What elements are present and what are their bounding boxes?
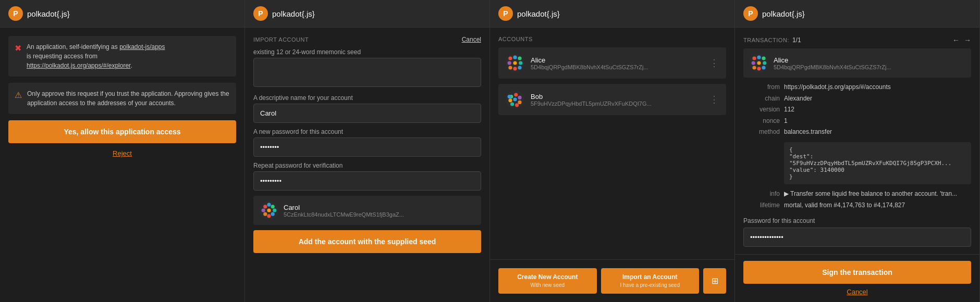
seed-input[interactable]: [253, 58, 481, 87]
import-header: IMPORT ACCOUNT Cancel: [253, 36, 481, 43]
add-account-button[interactable]: Add the account with the supplied seed: [253, 230, 481, 253]
tx-account-name: Alice: [774, 56, 965, 64]
import-account-button[interactable]: Import an Account I have a pre-existing …: [601, 268, 700, 294]
svg-point-33: [762, 56, 765, 60]
tx-cancel-button[interactable]: Cancel: [743, 288, 971, 296]
panel-accounts: P polkadot{.js} ACCOUNTS: [490, 0, 735, 302]
seed-field-group: existing 12 or 24-word mnemonic seed: [253, 48, 481, 89]
tx-label: TRANSACTION:: [743, 37, 789, 43]
arrow-left-icon[interactable]: ←: [952, 36, 960, 44]
panel3-header: P polkadot{.js}: [490, 0, 734, 28]
svg-point-28: [515, 103, 519, 107]
logo-area-3: P polkadot{.js}: [498, 6, 560, 21]
sign-transaction-button[interactable]: Sign the transaction: [743, 261, 971, 284]
tx-details: from https://polkadot.js.org/apps/#/acco…: [743, 82, 971, 138]
panel-import: P polkadot{.js} IMPORT ACCOUNT Cancel ex…: [245, 0, 490, 302]
url-link[interactable]: https://polkadot.js.org/apps/#/explorer: [27, 62, 130, 69]
alice-more-icon[interactable]: ⋮: [709, 57, 719, 69]
panel1-header: P polkadot{.js}: [0, 0, 244, 28]
tx-chain-val: Alexander: [784, 93, 971, 105]
logo-name-1: polkadot{.js}: [27, 9, 70, 18]
tx-version-key: version: [743, 104, 780, 116]
password-field-group: A new password for this account: [253, 128, 481, 157]
app-link[interactable]: polkadot-js/apps: [119, 43, 165, 51]
svg-point-31: [752, 56, 756, 60]
tx-nonce-row: nonce 1: [743, 116, 971, 127]
bob-name: Bob: [531, 93, 703, 100]
qr-icon: ⊞: [712, 276, 718, 286]
panel1-content: ✖ An application, self-identifying as po…: [0, 28, 244, 302]
tx-header: TRANSACTION: 1/1 ← →: [743, 36, 971, 44]
tx-method-row: method balances.transfer: [743, 127, 971, 138]
tx-info-row: info ▶ Transfer some liquid free balance…: [743, 188, 971, 200]
import-btn-main: Import an Account: [607, 273, 693, 282]
svg-point-17: [508, 66, 512, 69]
import-btn-sub: I have a pre-existing seed: [607, 282, 693, 288]
alert-warning-text: Only approve this request if you trust t…: [27, 89, 230, 108]
allow-button[interactable]: Yes, allow this application access: [8, 120, 236, 143]
svg-point-38: [757, 67, 761, 70]
import-title: IMPORT ACCOUNT: [253, 36, 309, 43]
svg-point-9: [271, 212, 275, 216]
account-item-bob[interactable]: Bob 5F9uHVzzDPqyHbdTL5pmUZRvXFuKDQI7G...…: [498, 84, 726, 115]
account-item-alice[interactable]: Alice 5D4bqjQRPgdMBK8bNvhX4tSuCtSGZS7rZj…: [498, 47, 726, 79]
polkadot-logo-3: P: [498, 6, 513, 21]
arrow-right-icon[interactable]: →: [964, 36, 971, 44]
svg-point-7: [263, 212, 267, 216]
svg-point-6: [273, 208, 276, 212]
polkadot-logo-4: P: [743, 6, 758, 21]
tx-info-val: ▶ Transfer some liquid free balance to a…: [784, 188, 971, 200]
tx-json-value: "value": 3140000: [789, 167, 966, 173]
svg-point-5: [267, 208, 271, 212]
polkadot-logo-2: P: [253, 6, 268, 21]
svg-point-24: [508, 98, 512, 102]
reject-button[interactable]: Reject: [8, 149, 236, 157]
warning-icon: ⚠: [15, 90, 22, 108]
logo-area-1: P polkadot{.js}: [8, 6, 70, 21]
alice-name: Alice: [531, 56, 703, 64]
tx-bottom-buttons: Sign the transaction Cancel: [735, 254, 979, 302]
tx-from-row: from https://polkadot.js.org/apps/#/acco…: [743, 82, 971, 93]
tx-lifetime-key: lifetime: [743, 200, 780, 211]
qr-button[interactable]: ⊞: [703, 268, 726, 294]
import-cancel-link[interactable]: Cancel: [462, 36, 481, 43]
logo-area-4: P polkadot{.js}: [743, 6, 805, 21]
svg-point-25: [513, 97, 517, 101]
password-label: A new password for this account: [253, 128, 481, 135]
create-account-button[interactable]: Create New Account With new seed: [498, 268, 597, 294]
tx-method-key: method: [743, 127, 780, 138]
tx-from-key: from: [743, 82, 780, 93]
bob-address: 5F9uHVzzDPqyHbdTL5pmUZRvXFuKDQI7G...: [531, 100, 703, 107]
create-btn-main: Create New Account: [505, 273, 591, 282]
password-input[interactable]: [253, 137, 481, 157]
repeat-password-input[interactable]: [253, 171, 481, 191]
tx-nav-arrows[interactable]: ← →: [952, 36, 971, 44]
preview-address: 5CzEnkLtc84nudxLTCMwE9reQMtS1fjB3gaZ...: [284, 211, 475, 218]
tx-password-label: Password for this account: [743, 217, 971, 224]
bob-more-icon[interactable]: ⋮: [709, 94, 719, 105]
create-btn-sub: With new seed: [505, 282, 591, 288]
svg-point-32: [757, 56, 761, 59]
svg-point-39: [762, 66, 765, 69]
svg-point-14: [508, 61, 511, 65]
svg-point-22: [514, 93, 518, 96]
account-name-input[interactable]: [253, 104, 481, 123]
svg-point-3: [271, 205, 275, 208]
tx-password-section: Password for this account: [743, 217, 971, 247]
svg-point-11: [508, 56, 512, 60]
tx-nonce-key: nonce: [743, 116, 780, 127]
accounts-title: ACCOUNTS: [498, 36, 726, 42]
panel4-content: TRANSACTION: 1/1 ← →: [735, 28, 979, 254]
alice-info: Alice 5D4bqjQRPgdMBK8bNvhX4tSuCtSGZS7rZj…: [531, 56, 703, 70]
alert-box-access: ✖ An application, self-identifying as po…: [8, 36, 236, 77]
tx-password-input[interactable]: [743, 228, 971, 247]
logo-area-2: P polkadot{.js}: [253, 6, 315, 21]
tx-lifetime-val: mortal, valid from #4,174,763 to #4,174,…: [784, 200, 971, 211]
tx-lifetime-row: lifetime mortal, valid from #4,174,763 t…: [743, 200, 971, 211]
tx-version-row: version 112: [743, 104, 971, 116]
tx-version-val: 112: [784, 104, 971, 116]
tx-nonce-val: 1: [784, 116, 971, 127]
polkadot-logo-1: P: [8, 6, 23, 21]
svg-point-34: [752, 61, 755, 65]
bob-info: Bob 5F9uHVzzDPqyHbdTL5pmUZRvXFuKDQI7G...: [531, 93, 703, 107]
